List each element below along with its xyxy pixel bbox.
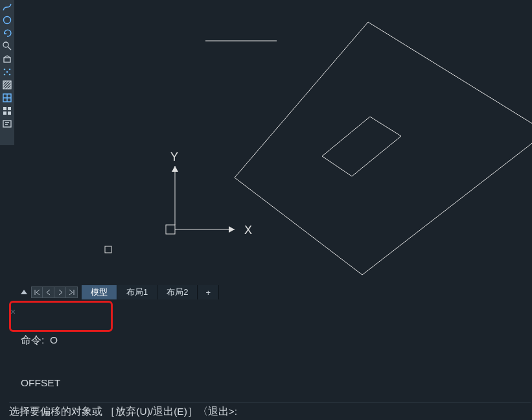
- svg-point-6: [9, 74, 11, 76]
- drawing-canvas[interactable]: X Y: [14, 0, 532, 285]
- svg-point-5: [4, 74, 6, 76]
- svg-rect-14: [3, 121, 11, 127]
- hatch-icon[interactable]: [1, 79, 13, 91]
- axis-x-label: X: [244, 224, 252, 237]
- tab-model[interactable]: 模型: [82, 285, 117, 299]
- redo-icon[interactable]: [1, 27, 13, 39]
- svg-point-1: [3, 42, 8, 47]
- svg-point-3: [4, 69, 6, 71]
- left-toolbar: [0, 0, 14, 145]
- magnify-icon[interactable]: [1, 40, 13, 52]
- svg-point-4: [9, 69, 11, 71]
- svg-marker-17: [322, 117, 401, 176]
- history-line: OFFSET: [21, 376, 531, 390]
- spline-icon[interactable]: [1, 1, 13, 13]
- svg-point-0: [4, 17, 11, 24]
- svg-rect-18: [105, 246, 111, 253]
- command-prompt: 选择要偏移的对象或 ［放弃(U)/退出(E)］〈退出>:: [9, 404, 237, 419]
- command-history-panel: × 命令: O OFFSET 指定偏移距离或 ［通过(T)/擦除(E)/图层(L…: [9, 301, 531, 404]
- select-icon[interactable]: [1, 53, 13, 65]
- square-grid-icon[interactable]: [1, 105, 13, 117]
- ucs-icon: X Y: [166, 150, 252, 237]
- tab-add-button[interactable]: +: [198, 285, 219, 299]
- svg-rect-13: [8, 111, 11, 115]
- svg-rect-11: [8, 107, 11, 110]
- tab-next-button[interactable]: [54, 286, 66, 298]
- tab-last-button[interactable]: [66, 286, 78, 298]
- tab-layout1[interactable]: 布局1: [117, 285, 157, 299]
- close-icon[interactable]: ×: [10, 305, 16, 319]
- tab-first-button[interactable]: [31, 286, 43, 298]
- command-input[interactable]: [237, 404, 531, 419]
- svg-rect-12: [3, 111, 6, 115]
- command-line[interactable]: 选择要偏移的对象或 ［放弃(U)/退出(E)］〈退出>:: [9, 402, 531, 419]
- points-icon[interactable]: [1, 66, 13, 78]
- svg-rect-2: [4, 58, 10, 62]
- text-box-icon[interactable]: [1, 118, 13, 130]
- history-line: 命令: O: [21, 333, 531, 347]
- grid-icon[interactable]: [1, 92, 13, 104]
- tab-prev-button[interactable]: [43, 286, 54, 298]
- circle-icon[interactable]: [1, 14, 13, 26]
- axis-y-label: Y: [170, 150, 178, 163]
- tab-layout2[interactable]: 布局2: [157, 285, 198, 299]
- svg-rect-10: [3, 107, 6, 110]
- svg-marker-16: [235, 22, 532, 275]
- svg-rect-19: [166, 225, 175, 234]
- svg-point-7: [6, 71, 8, 73]
- tab-scroll-up-icon[interactable]: [18, 288, 30, 297]
- layout-tab-bar: 模型 布局1 布局2 +: [18, 285, 530, 299]
